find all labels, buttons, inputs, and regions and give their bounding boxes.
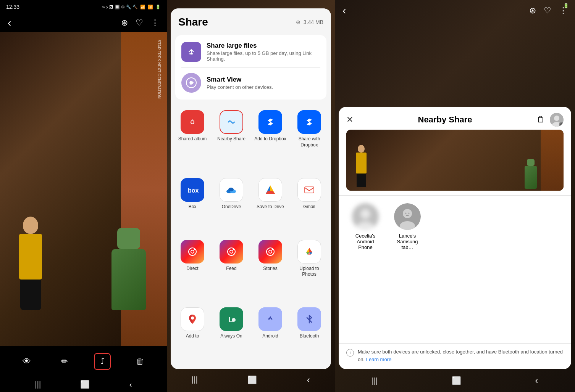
figure-legs	[20, 280, 41, 310]
file-size: 3.44 MB	[304, 19, 323, 25]
smart-view-sub: Play content on other devices.	[207, 84, 320, 90]
nav-back-icon[interactable]: ‹	[129, 380, 132, 389]
photo-area: STAR TREK NEXT GENERATION	[0, 32, 167, 346]
right-back-icon[interactable]: ‹	[342, 5, 346, 17]
share-size-area: ⊛ 3.44 MB	[296, 19, 323, 25]
svg-rect-36	[263, 312, 277, 326]
share-large-files-icon	[181, 42, 201, 62]
bluetooth-icon	[297, 307, 321, 331]
android-label: Android	[262, 333, 278, 339]
always-on-label: Always On	[220, 333, 242, 339]
app-upload-photos[interactable]: Upload to Photos	[291, 237, 328, 303]
svg-point-44	[561, 124, 562, 125]
svg-point-35	[232, 318, 236, 322]
device-cecelia[interactable]: Cecelia's Android Phone	[350, 203, 381, 250]
add-dropbox-label: Add to Dropbox	[254, 136, 286, 142]
figure-dragon	[102, 228, 155, 327]
right-heart-icon[interactable]: ♡	[544, 6, 551, 16]
feed-label: Feed	[226, 266, 236, 272]
svg-marker-20	[266, 191, 275, 194]
app-android[interactable]: Android	[252, 304, 289, 365]
app-feed[interactable]: Feed	[213, 237, 250, 303]
share-large-files-item[interactable]: Share large files Share large files, up …	[175, 37, 326, 67]
dragon-body	[111, 249, 146, 310]
add-to-label: Add to	[186, 333, 199, 339]
save-drive-label: Save to Drive	[257, 204, 284, 210]
preview-figure-1	[356, 145, 367, 187]
app-box[interactable]: box Box	[174, 175, 211, 235]
nearby-chat-icon[interactable]: 🗒	[537, 115, 545, 125]
wifi-icon: 📶	[140, 5, 145, 10]
app-onedrive[interactable]: OneDrive	[213, 175, 250, 235]
edit-button[interactable]: ✏	[56, 353, 73, 370]
app-gmail[interactable]: Gmail	[291, 175, 328, 235]
apps-grid: Shared album Nearby Share	[171, 103, 331, 369]
shared-album-label: Shared album	[178, 136, 207, 142]
right-lens-icon[interactable]: ⊛	[529, 6, 536, 16]
nearby-title: Nearby Share	[418, 115, 472, 125]
middle-back-icon[interactable]: ‹	[307, 374, 310, 385]
middle-home-icon[interactable]: ⬜	[247, 375, 257, 384]
heart-icon[interactable]: ♡	[136, 18, 143, 28]
nearby-actions: 🗒	[537, 113, 564, 127]
smart-view-item[interactable]: Smart View Play content on other devices…	[175, 67, 326, 98]
app-nearby-share[interactable]: Nearby Share	[213, 107, 250, 174]
cecelia-avatar	[352, 203, 379, 230]
bluetooth-label: Bluetooth	[300, 333, 319, 339]
nearby-close-button[interactable]: ✕	[346, 115, 353, 125]
right-menu-icon[interactable]: |||	[372, 376, 378, 385]
app-direct[interactable]: Direct	[174, 237, 211, 303]
svg-point-37	[268, 318, 270, 320]
share-dropbox-icon	[297, 110, 321, 134]
figure-head	[23, 217, 38, 234]
upload-photos-icon	[297, 240, 321, 263]
home-icon[interactable]: ⬜	[80, 380, 90, 389]
right-home-icon[interactable]: ⬜	[452, 376, 461, 385]
left-panel: 12:33 ∞ ꭗ 🖼 🔲 ⚙ 🔧 🔨 📶 📶 🔋 ⊛ ♡ ⋮ STAR TRE…	[0, 0, 167, 392]
right-back-nav-icon[interactable]: ‹	[535, 375, 538, 386]
photo-background: STAR TREK NEXT GENERATION	[0, 32, 167, 346]
middle-panel-nav: ||| ⬜ ‹	[167, 369, 335, 392]
app-add-dropbox[interactable]: Add to Dropbox	[252, 107, 289, 174]
back-icon[interactable]	[8, 17, 11, 29]
app-save-drive[interactable]: Save to Drive	[252, 175, 289, 235]
delete-button[interactable]: 🗑	[132, 353, 149, 370]
svg-rect-21	[305, 187, 314, 193]
nearby-share-label: Nearby Share	[217, 136, 246, 142]
app-add-to[interactable]: Add to	[174, 304, 211, 365]
nearby-devices: Cecelia's Android Phone Lance's Samsung	[339, 196, 571, 258]
settings-badge[interactable]	[559, 122, 564, 127]
share-large-files-text: Share large files Share large files, up …	[207, 42, 320, 62]
middle-menu-icon[interactable]: |||	[192, 375, 198, 384]
lens-icon[interactable]: ⊛	[121, 18, 128, 28]
time-display: 12:33	[6, 4, 19, 10]
nearby-share-icon	[220, 110, 243, 134]
share-title: Share	[178, 16, 208, 28]
status-bar-left: 12:33 ∞ ꭗ 🖼 🔲 ⚙ 🔧 🔨 📶 📶 🔋	[0, 0, 167, 14]
menu-icon[interactable]: |||	[35, 380, 41, 389]
dragon-head	[117, 228, 140, 249]
svg-point-51	[405, 213, 407, 214]
android-icon	[258, 307, 282, 331]
app-bluetooth[interactable]: Bluetooth	[291, 304, 328, 365]
shelf-text: STAR TREK NEXT GENERATION	[157, 40, 161, 99]
middle-panel: Share ⊛ 3.44 MB Share large files Share	[167, 0, 335, 392]
share-button[interactable]: ⤴	[94, 353, 111, 370]
direct-label: Direct	[186, 266, 198, 272]
app-stories[interactable]: Stories	[252, 237, 289, 303]
app-share-dropbox[interactable]: Share with Dropbox	[291, 107, 328, 174]
app-always-on[interactable]: L Always On	[213, 304, 250, 365]
svg-point-46	[360, 209, 370, 219]
more-icon[interactable]: ⋮	[151, 18, 159, 28]
device-lance[interactable]: Lance's Samsung tab…	[392, 203, 423, 250]
right-signal-icon: 🔋	[563, 3, 569, 8]
svg-point-25	[194, 249, 195, 250]
svg-rect-1	[189, 53, 193, 55]
link-icon: ⊛	[296, 19, 300, 25]
learn-more-link[interactable]: Learn more	[366, 357, 391, 362]
app-shared-album[interactable]: Shared album	[174, 107, 211, 174]
home-bar-left: ||| ⬜ ‹	[0, 377, 167, 392]
eye-button[interactable]: 👁	[18, 353, 35, 370]
svg-point-24	[191, 250, 194, 253]
figure-kirk	[8, 217, 53, 323]
